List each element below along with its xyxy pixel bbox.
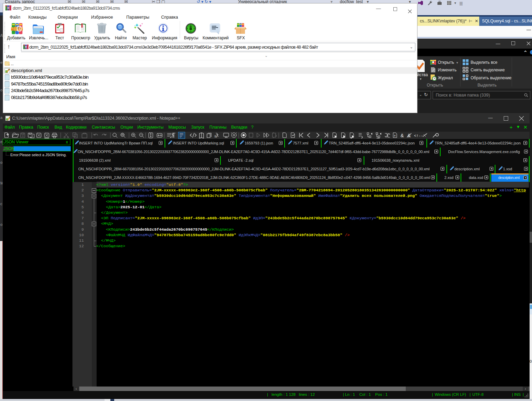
svg-text:#: #	[394, 134, 396, 137]
svg-text:fx: fx	[215, 135, 217, 138]
svg-text:<!--: <!--	[414, 134, 423, 138]
svg-text:&: &	[401, 133, 404, 138]
